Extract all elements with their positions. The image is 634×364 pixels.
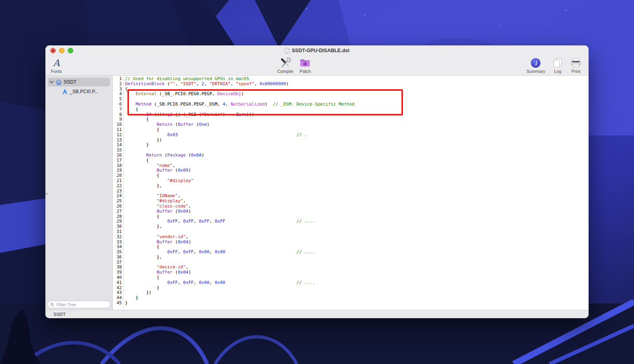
code-token: 0xFF <box>183 249 194 254</box>
code-token: ( <box>172 168 178 173</box>
code-token: "name" <box>157 163 172 168</box>
code-token: , <box>194 280 199 285</box>
code-token <box>125 91 136 96</box>
code-token: 0xFF <box>167 280 178 285</box>
fonts-icon: A <box>53 58 60 68</box>
chevron-down-icon <box>49 81 54 84</box>
code-line: 17 { <box>113 158 589 163</box>
code-token: 0x00 <box>199 249 209 254</box>
document-edited-dot <box>52 50 54 52</box>
code-token <box>125 153 146 158</box>
code-text: } <box>123 143 149 148</box>
code-token: Method <box>136 102 152 107</box>
line-number: 40 <box>113 275 123 280</box>
device-a-icon <box>62 89 68 94</box>
code-token: 0xFF <box>167 249 178 254</box>
code-token: { <box>125 173 159 178</box>
code-token: ) <box>188 239 191 245</box>
zoom-button[interactable] <box>68 48 73 53</box>
compile-button[interactable]: Compile <box>276 56 295 75</box>
patch-label: Patch <box>299 69 311 74</box>
code-line: 45} <box>113 301 589 306</box>
code-editor[interactable]: 1// Used for disabling unsupported GPUs … <box>113 76 589 310</box>
sidebar-item-ssdt[interactable]: SSDT <box>48 78 110 86</box>
code-token: 0x00 <box>199 280 209 285</box>
code-token: 0x09 <box>178 168 188 173</box>
minimize-button[interactable] <box>59 48 65 53</box>
code-line: 2DefinitionBlock ("", "SSDT", 2, "DRTNIA… <box>113 82 589 87</box>
line-number: 21 <box>113 178 123 184</box>
line-number: 27 <box>113 209 123 214</box>
code-token: NotSerialized <box>231 102 265 107</box>
code-token: // _DSM: Device-Specific Method <box>273 102 354 107</box>
code-line: 27 Buffer (0x04) <box>113 209 589 214</box>
code-line: 13 }) <box>113 138 589 143</box>
code-token: "#display" <box>167 178 194 183</box>
code-token: ) == <box>223 112 236 117</box>
code-token <box>125 209 157 214</box>
code-token: 0xFF <box>199 219 209 224</box>
code-token: , <box>204 81 209 86</box>
code-token: (_SB.PCI0.PEG0.PEGP._DSM, <box>151 102 223 107</box>
window-titlebar[interactable]: SSDT-GPU-DISABLE.dsl <box>45 45 589 56</box>
code-token <box>125 102 136 107</box>
code-token: 4 <box>223 102 225 107</box>
code-token: }, <box>125 254 162 260</box>
code-token <box>178 132 296 137</box>
print-button[interactable]: Print <box>569 56 583 75</box>
log-button[interactable]: Log <box>552 56 564 75</box>
code-token: 0x04 <box>178 270 188 275</box>
code-token: ( <box>162 153 167 158</box>
code-token: "class-code" <box>157 204 188 209</box>
code-token <box>225 280 297 285</box>
code-token <box>225 249 297 254</box>
code-token: { <box>125 244 159 249</box>
code-line: 30 }, <box>113 224 589 229</box>
code-token: { <box>125 214 159 219</box>
code-token: 0xFF <box>183 280 194 285</box>
code-token: // Used for disabling unsupported GPUs i… <box>125 76 249 81</box>
sidebar-item-label: SSDT <box>64 79 76 85</box>
filter-tree-input[interactable] <box>56 302 108 307</box>
maciasl-window: SSDT-GPU-DISABLE.dsl A Fonts Compil <box>45 45 589 318</box>
code-token: 0x00 <box>215 249 225 254</box>
sidebar-item-sb-pci0[interactable]: _SB.PCI0.P... <box>45 87 112 96</box>
code-token: "SSDT" <box>180 81 196 86</box>
code-token: Buffer <box>178 122 194 127</box>
window-controls <box>50 48 73 53</box>
code-token <box>125 122 157 127</box>
code-token: , <box>175 81 180 86</box>
code-token: , <box>194 219 199 224</box>
compile-tools-icon <box>279 58 291 68</box>
code-token: External <box>136 91 157 96</box>
code-token: } <box>125 300 128 305</box>
patch-button[interactable]: Patch <box>298 56 312 75</box>
code-token <box>125 264 157 270</box>
code-line: 41 0xFF, 0xFF, 0x00, 0x00 // .... <box>113 280 589 286</box>
code-token: ) <box>188 270 191 275</box>
code-token <box>125 219 167 224</box>
code-token: , <box>254 81 260 86</box>
sidebar-item-label: _SB.PCI0.P... <box>70 89 99 94</box>
code-text: DefinitionBlock ("", "SSDT", 2, "DRTNIA"… <box>123 82 289 87</box>
line-number: 30 <box>113 224 123 229</box>
code-token: }) <box>125 290 151 295</box>
fonts-button[interactable]: A Fonts <box>49 56 64 75</box>
code-line: 21 "#display" <box>113 178 589 184</box>
close-button[interactable] <box>50 48 56 53</box>
code-token: ( <box>172 209 178 214</box>
code-token <box>125 178 167 183</box>
line-number: 22 <box>113 184 123 189</box>
code-token: , <box>178 249 183 254</box>
code-token: ( <box>186 153 191 158</box>
line-number: 36 <box>113 255 123 260</box>
document-icon <box>285 48 290 54</box>
code-token: Buffer <box>157 209 172 214</box>
code-line: 16 Return (Package (0x0A) <box>113 153 589 158</box>
code-token: ) <box>188 168 191 173</box>
filter-tree-field[interactable] <box>47 301 110 308</box>
summary-button[interactable]: i Summary <box>525 56 547 75</box>
line-number: 1 <box>113 76 123 82</box>
line-number: 32 <box>113 235 123 240</box>
code-token: (_SB_.PCI0.PEG0.PEGP, <box>157 91 217 96</box>
